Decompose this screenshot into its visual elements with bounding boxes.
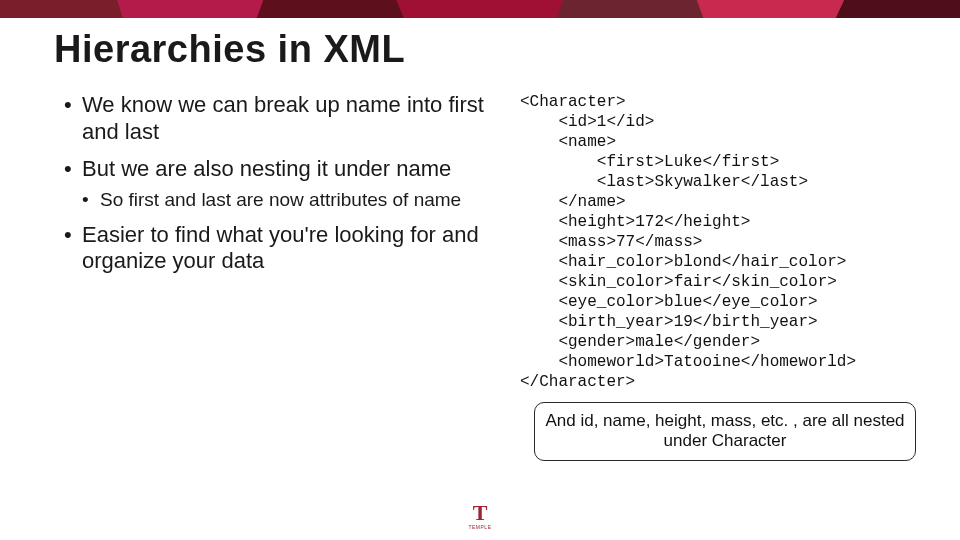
callout-box: And id, name, height, mass, etc. , are a… (534, 402, 916, 461)
logo-word: TEMPLE (466, 525, 494, 530)
bullet-item: Easier to find what you're looking for a… (64, 222, 494, 276)
xml-code-block: <Character> <id>1</id> <name> <first>Luk… (520, 92, 940, 392)
bullet-text: But we are also nesting it under name (82, 156, 451, 181)
logo-letter: T (466, 502, 494, 524)
bullet-item: We know we can break up name into first … (64, 92, 494, 146)
slide: Hierarchies in XML We know we can break … (0, 0, 960, 540)
temple-logo: T TEMPLE (466, 502, 494, 530)
bullet-item: But we are also nesting it under name So… (64, 156, 494, 212)
band-shape (396, 0, 583, 18)
bullet-list: We know we can break up name into first … (64, 92, 494, 285)
band-shape (836, 0, 960, 18)
decorative-top-band (0, 0, 960, 18)
slide-title: Hierarchies in XML (54, 28, 405, 71)
sub-bullet-item: So first and last are now attributes of … (82, 188, 494, 211)
